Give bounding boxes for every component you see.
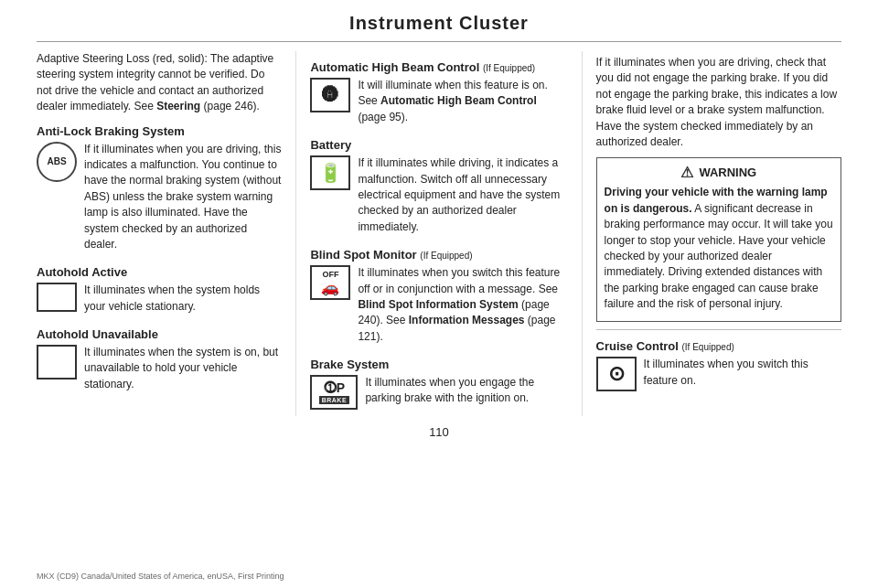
antilock-item: ABS If it illuminates when you are drivi… xyxy=(37,142,282,257)
autohold-item: AUTOHOLD It illuminates when the system … xyxy=(37,283,282,318)
cruise-icon: ⊙ xyxy=(596,357,637,391)
column-3: If it illuminates when you are driving, … xyxy=(587,51,841,416)
brake-text: It illuminates when you engage the parki… xyxy=(365,375,567,407)
autohold-unavail-text: It illuminates when the system is on, bu… xyxy=(84,345,282,392)
highbeam-icon: 🅐 xyxy=(310,78,350,112)
highbeam-item: 🅐 It will illuminate when this feature i… xyxy=(310,78,567,129)
warning-title: ⚠ WARNING xyxy=(605,164,833,181)
warning-box: ⚠ WARNING Driving your vehicle with the … xyxy=(596,157,841,322)
autohold-title: Autohold Active xyxy=(37,265,282,279)
cruise-text: It illuminates when you switch this feat… xyxy=(644,357,841,389)
warning-triangle-icon: ⚠ xyxy=(680,164,693,181)
blindspot-text: It illuminates when you switch this feat… xyxy=(358,265,567,345)
column-2: Automatic High Beam Control (If Equipped… xyxy=(301,51,576,416)
warning-text: Driving your vehicle with the warning la… xyxy=(605,185,833,312)
autohold-unavail-title: Autohold Unavailable xyxy=(37,327,282,341)
cruise-item: ⊙ It illuminates when you switch this fe… xyxy=(596,357,841,392)
autohold-unavail-item: AUTOHOLD It illuminates when the system … xyxy=(37,345,282,396)
footer-text: MKX (CD9) Canada/United States of Americ… xyxy=(37,572,284,581)
abs-icon: ABS xyxy=(37,142,77,182)
brake-title: Brake System xyxy=(310,358,567,371)
autohold-text: It illuminates when the system holds you… xyxy=(84,283,282,315)
antilock-title: Anti-Lock Braking System xyxy=(37,124,282,138)
col3-para1: If it illuminates when you are driving, … xyxy=(596,55,841,150)
blindspot-title: Blind Spot Monitor (If Equipped) xyxy=(310,248,567,262)
battery-text: If it illuminates while driving, it indi… xyxy=(358,155,567,235)
page-title: Instrument Cluster xyxy=(37,13,841,34)
column-1: Adaptive Steering Loss (red, solid): The… xyxy=(37,51,291,416)
divider-2 xyxy=(582,51,583,416)
page-wrapper: Instrument Cluster Adaptive Steering Los… xyxy=(0,0,878,439)
page-number: 110 xyxy=(0,422,878,439)
intro-paragraph: Adaptive Steering Loss (red, solid): The… xyxy=(37,51,282,115)
highbeam-text: It will illuminate when this feature is … xyxy=(358,78,567,125)
brake-icon: ⓵P BRAKE xyxy=(310,375,358,410)
battery-item: 🔋 If it illuminates while driving, it in… xyxy=(310,155,567,239)
highbeam-title: Automatic High Beam Control (If Equipped… xyxy=(310,60,567,74)
antilock-text: If it illuminates when you are driving, … xyxy=(84,142,282,253)
blindspot-item: OFF 🚗 It illuminates when you switch thi… xyxy=(310,265,567,348)
autohold-icon: AUTOHOLD xyxy=(37,283,77,312)
autohold-unavail-icon: AUTOHOLD xyxy=(37,345,77,380)
divider-1 xyxy=(295,51,296,416)
section-divider xyxy=(596,329,841,330)
cruise-title: Cruise Control (If Equipped) xyxy=(596,339,841,353)
blindspot-icon: OFF 🚗 xyxy=(310,265,350,300)
battery-icon: 🔋 xyxy=(310,155,350,190)
page-header: Instrument Cluster xyxy=(37,0,841,42)
battery-title: Battery xyxy=(310,138,567,152)
brake-item: ⓵P BRAKE It illuminates when you engage … xyxy=(310,375,567,411)
